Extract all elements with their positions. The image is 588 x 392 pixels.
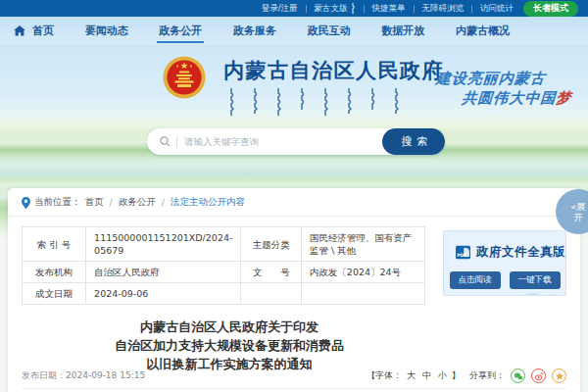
font-size-medium[interactable]: 中 <box>422 369 431 382</box>
topic-label: 主题分类 <box>241 227 301 262</box>
svg-text:PDF: PDF <box>457 253 466 258</box>
main-nav: 首页 要闻动态 政务公开 政务服务 政民互动 数据开放 内蒙古概况 <box>0 17 588 44</box>
search-bar: 搜索 <box>147 128 445 155</box>
empty-cell <box>241 283 301 305</box>
download-button[interactable]: 一键下载 <box>510 271 561 289</box>
visit-stats-link[interactable]: 访问统计 <box>480 3 514 15</box>
article-title-line2: 自治区加力支持大规模设备更新和消费品 <box>8 336 451 355</box>
date-label: 成文日期 <box>23 283 86 305</box>
pdf-fulltext-card: PDF 政府文件全真版 点击阅读 一键下载 <box>443 230 566 296</box>
breadcrumb-gov-disclosure[interactable]: 政务公开 <box>119 196 156 209</box>
font-size-suffix: 】 <box>452 369 461 382</box>
location-pin-icon <box>22 197 30 209</box>
font-size-large[interactable]: 大 <box>407 369 416 382</box>
expand-icon: «展开 <box>567 201 588 222</box>
table-row: 索 引 号 1115000001151201XD/2024-05679 主题分类… <box>23 227 425 262</box>
article-footer: 发布日期：2024-09-18 15:15 【字体： 大 中 小 】 分享到： <box>22 368 566 383</box>
agency-label: 发布机构 <box>23 262 86 283</box>
index-number-label: 索 引 号 <box>23 227 86 262</box>
mongolian-script <box>227 88 419 118</box>
site-title: 内蒙古自治区人民政府 <box>223 57 444 84</box>
breadcrumb: 当前位置： 首页 / 政务公开 / 法定主动公开内容 <box>8 188 580 217</box>
divider <box>306 5 307 13</box>
slogan-line1: 建设亮丽内蒙古 <box>435 70 573 88</box>
quick-menu-link[interactable]: 快捷菜单 <box>372 3 406 15</box>
publish-date: 发布日期：2024-09-18 15:15 <box>22 369 145 382</box>
article-title: 内蒙古自治区人民政府关于印发 自治区加力支持大规模设备更新和消费品 以旧换新工作… <box>8 318 451 373</box>
elder-mode-button[interactable]: 长者模式 <box>523 1 578 17</box>
search-button[interactable]: 搜索 <box>382 128 445 155</box>
weibo-share-icon[interactable] <box>531 368 546 383</box>
nav-item-gov-services[interactable]: 政务服务 <box>231 19 278 43</box>
font-size-prefix: 【字体： <box>367 369 402 382</box>
national-emblem <box>163 56 206 99</box>
document-meta-table: 索 引 号 1115000001151201XD/2024-05679 主题分类… <box>22 226 425 305</box>
content-card: 当前位置： 首页 / 政务公开 / 法定主动公开内容 索 引 号 1115000… <box>8 188 580 392</box>
search-input[interactable] <box>184 136 382 147</box>
slogan-accent: 梦 <box>556 89 572 107</box>
nav-item-news[interactable]: 要闻动态 <box>83 19 130 43</box>
font-size-small[interactable]: 小 <box>438 369 447 382</box>
banner-slogan: 建设亮丽内蒙古 共圆伟大中国梦 <box>434 70 574 108</box>
login-link[interactable]: 登录/注册 <box>262 3 298 15</box>
empty-cell <box>301 283 424 305</box>
breadcrumb-separator: / <box>110 197 113 208</box>
breadcrumb-separator: / <box>162 197 165 208</box>
slogan-line2: 共圆伟大中国 <box>462 89 557 107</box>
search-icon <box>160 136 171 147</box>
accessibility-link[interactable]: 无障碍浏览 <box>422 3 465 15</box>
favorite-share-icon[interactable] <box>552 368 566 383</box>
agency-value: 自治区人民政府 <box>86 262 241 283</box>
pdf-card-title: 政府文件全真版 <box>476 244 565 261</box>
doc-number-value: 内政发〔2024〕24号 <box>301 262 424 283</box>
nav-item-label: 首页 <box>30 19 56 43</box>
index-number-value: 1115000001151201XD/2024-05679 <box>86 227 241 262</box>
share-label: 分享到： <box>469 369 505 382</box>
table-row: 发布机构 自治区人民政府 文 号 内政发〔2024〕24号 <box>23 262 425 283</box>
top-utility-bar: 登录/注册 蒙古文版 快捷菜单 无障碍浏览 访问统计 长者模式 <box>0 0 588 17</box>
nav-item-about[interactable]: 内蒙古概况 <box>454 19 512 43</box>
topic-value: 国民经济管理、国有资产监管 \ 其他 <box>301 227 424 262</box>
table-row: 成文日期 2024-09-06 <box>23 283 425 305</box>
pdf-icon: PDF <box>456 243 470 262</box>
home-icon <box>14 25 25 36</box>
wechat-share-icon[interactable] <box>511 368 525 383</box>
nav-item-home[interactable]: 首页 <box>14 19 56 43</box>
doc-number-label: 文 号 <box>241 262 301 283</box>
breadcrumb-current[interactable]: 法定主动公开内容 <box>171 196 245 209</box>
nav-item-interaction[interactable]: 政民互动 <box>306 19 353 43</box>
nav-item-gov-disclosure[interactable]: 政务公开 <box>157 19 204 43</box>
article-title-line1: 内蒙古自治区人民政府关于印发 <box>8 318 451 336</box>
divider <box>176 136 177 147</box>
divider <box>471 5 472 13</box>
read-online-button[interactable]: 点击阅读 <box>450 271 501 289</box>
divider <box>364 5 365 13</box>
mongolian-version-link[interactable]: 蒙古文版 <box>315 3 356 15</box>
breadcrumb-prefix: 当前位置： <box>34 196 81 209</box>
date-value: 2024-09-06 <box>86 283 241 305</box>
mongolian-text-icon <box>350 3 356 14</box>
breadcrumb-home[interactable]: 首页 <box>85 196 104 209</box>
nav-item-open-data[interactable]: 数据开放 <box>379 19 426 43</box>
divider <box>22 388 566 389</box>
divider <box>414 5 415 13</box>
